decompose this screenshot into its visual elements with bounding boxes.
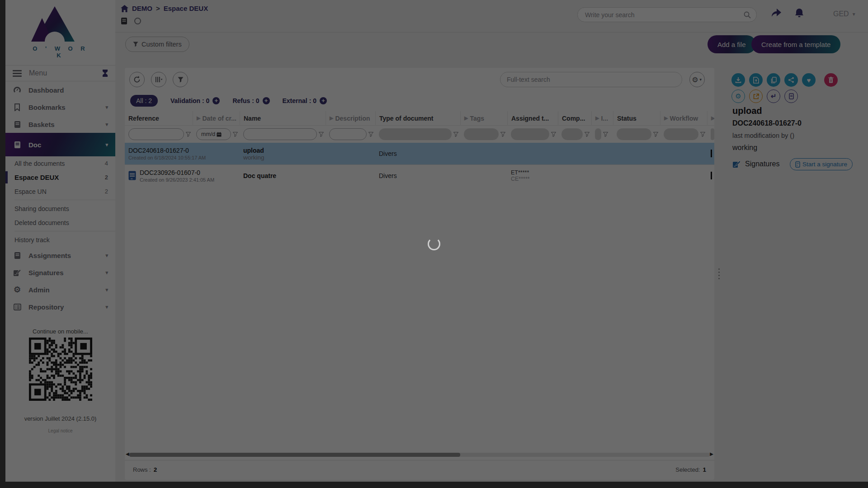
loading-overlay [0, 0, 868, 488]
loading-spinner-icon [428, 238, 440, 250]
